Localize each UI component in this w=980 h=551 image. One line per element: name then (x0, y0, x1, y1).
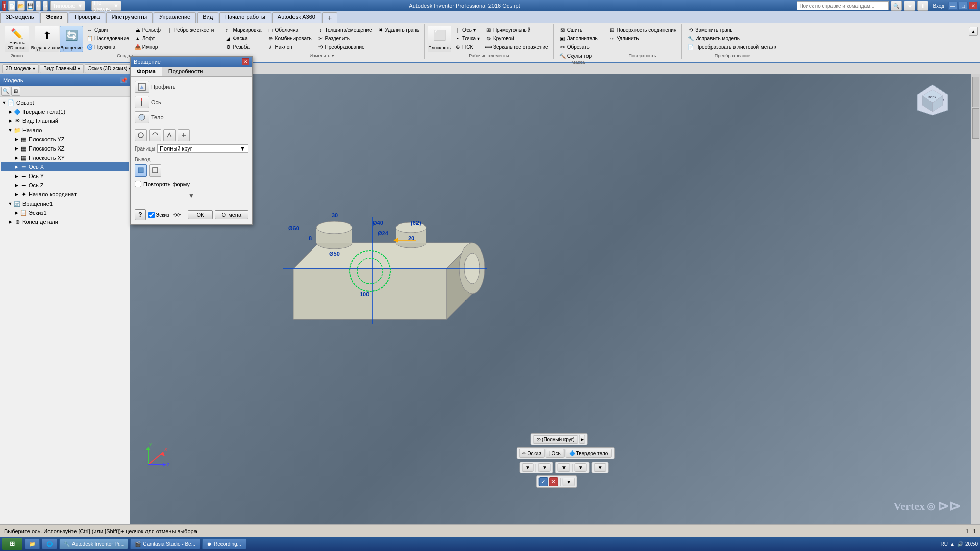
btn-vrashenie[interactable]: 🔄 Вращение (60, 26, 83, 52)
btn-loft[interactable]: ▲ Лофт (132, 34, 163, 42)
btn-os[interactable]: | Ось ▾ (452, 26, 482, 34)
right-panel-btn2[interactable] (972, 108, 979, 139)
minimize-btn[interactable]: — (948, 2, 958, 10)
axis-field-btn[interactable] (135, 96, 149, 108)
btn-udlinit[interactable]: ↔ Удлинить (606, 34, 679, 42)
tree-item-ось-z[interactable]: ▶━Ось Z (1, 181, 129, 190)
dialog-cancel-btn[interactable]: Отмена (215, 210, 248, 219)
workspace-dropdown[interactable]: Типовые ▼ (50, 1, 85, 11)
view-3dmodel[interactable]: 3D-модель ▾ (2, 64, 39, 73)
tab-extra[interactable]: + (322, 12, 337, 23)
repeat-shape-checkbox[interactable] (135, 181, 141, 187)
tree-item-вращение1[interactable]: ▼🔄Вращение1 (1, 199, 129, 208)
dialog-tab-podrobnosti[interactable]: Подробности (162, 67, 210, 76)
tree-expand[interactable]: ▼ (7, 201, 13, 207)
qa-undo[interactable]: ↩ (36, 1, 41, 11)
tree-item-эскиз1[interactable]: ▶📋Эскиз1 (1, 208, 129, 217)
tree-item-плоскость-xy[interactable]: ▶▦Плоскость XY (1, 153, 129, 162)
btn-udalit-gran[interactable]: ✖ Удалить грань (375, 26, 421, 34)
vp-right-btn[interactable]: ▼ (594, 463, 606, 472)
tree-expand[interactable]: ▶ (13, 173, 19, 179)
panel-pin-btn[interactable]: 📌 (120, 77, 127, 83)
btn-markirovka[interactable]: 🏷 Маркировка (223, 26, 263, 34)
tree-expand[interactable]: ▶ (7, 118, 13, 124)
taskbar-quick-launch1[interactable]: 📁 (24, 538, 40, 549)
btn-faska[interactable]: ◢ Фаска (223, 34, 263, 42)
btn-ispravit[interactable]: 🔧 Исправить модель (685, 34, 779, 42)
preview-checkbox[interactable] (148, 212, 155, 218)
tab-3dmodel[interactable]: 3D-модель (0, 12, 39, 23)
limits-icon4[interactable] (178, 129, 190, 141)
volume-icon[interactable]: 🔊 (957, 541, 963, 547)
qa-new[interactable]: 📄 (8, 1, 15, 11)
vp-cancel-btn[interactable]: ✕ (549, 477, 558, 486)
taskbar-start-btn[interactable]: ⊞ (2, 538, 22, 550)
qa-open[interactable]: 📂 (17, 1, 24, 11)
btn-obrezat[interactable]: ✂ Обрезать (557, 43, 600, 51)
maximize-btn[interactable]: □ (959, 2, 968, 10)
vp-circle-mode[interactable]: ⊙ (Полный круг) (533, 435, 578, 444)
view-eskiz-mode[interactable]: Эскиз (3D-эскиз) ▾ (85, 64, 135, 73)
right-panel-btn1[interactable] (972, 77, 979, 107)
tree-expand[interactable]: ▶ (13, 191, 19, 197)
tree-expand[interactable]: ▶ (13, 164, 19, 170)
btn-nasledovanie[interactable]: 📋 Наследование (84, 34, 131, 42)
login-btn[interactable]: Вход (933, 3, 944, 9)
qa-save[interactable]: 💾 (27, 1, 34, 11)
tree-expand[interactable]: ▶ (13, 182, 19, 188)
vp-mid-btn2[interactable]: ▼ (575, 463, 587, 472)
tree-expand[interactable]: ▶ (7, 109, 13, 115)
tree-item-плоскость-xz[interactable]: ▶▦Плоскость XZ (1, 144, 129, 153)
btn-listovoy[interactable]: 📄 Преобразовать в листовой металл (685, 43, 779, 51)
vp-eskiz-btn[interactable]: ✏ Эскиз (519, 449, 545, 458)
btn-surface-join[interactable]: ⊞ Поверхность соединения (606, 26, 679, 34)
btn-zamenit-gran[interactable]: ⟲ Заменить грань (685, 26, 779, 34)
dialog-close-btn[interactable]: ✕ (242, 58, 249, 65)
tab-proverka[interactable]: Проверка (69, 12, 105, 23)
tree-item-плоскость-yz[interactable]: ▶▦Плоскость YZ (1, 135, 129, 144)
btn-vydavlivanie[interactable]: ⬆ Выдавливание (35, 26, 59, 52)
btn-tolshina[interactable]: ↕ Толщина/смещение (315, 26, 374, 34)
tab-vid[interactable]: Вид (197, 12, 218, 23)
view-main[interactable]: Вид: Главный ▾ (40, 64, 83, 73)
btn-obolochka[interactable]: ◻ Оболочка (265, 26, 314, 34)
btn-rezba[interactable]: ⚙ Резьба (223, 43, 263, 51)
app-logo[interactable]: T (2, 1, 6, 11)
btn-rebro[interactable]: | Ребро жёсткости (164, 26, 216, 34)
btn-preobrazovanie[interactable]: ⟲ Преобразование (315, 43, 374, 51)
btn-import[interactable]: 📥 Импорт (132, 43, 163, 51)
tab-upravlenie[interactable]: Управление (154, 12, 196, 23)
vp-next-btn[interactable]: ▶ (579, 435, 585, 444)
dialog-tab-forma[interactable]: Форма (131, 67, 162, 76)
btn-psk[interactable]: ⊕ ПСК (452, 43, 482, 51)
taskbar-recording-btn[interactable]: ⏺ Recording... (202, 538, 246, 549)
limits-icon1[interactable] (135, 129, 147, 141)
btn-sshit[interactable]: ⊠ Сшить (557, 26, 600, 34)
btn-ploskost[interactable]: ⬜ Плоскость (428, 26, 451, 52)
qa-redo[interactable]: ↪ (43, 1, 48, 11)
tree-item-твердые-тела[interactable]: ▶🔷Твердые тела(1) (1, 107, 129, 116)
tree-item-ось-y[interactable]: ▶━Ось Y (1, 171, 129, 181)
taskbar-camtasia-btn[interactable]: 🎬 Camtasia Studio - Be... (130, 538, 200, 549)
btn-pryamougolny[interactable]: ⊞ Прямоугольный (483, 26, 550, 34)
btn-krugovoy[interactable]: ⊚ Круговой (483, 34, 550, 42)
profile-field-btn[interactable] (135, 81, 149, 93)
vp-tverdoe-btn[interactable]: 🔷 Твердое тело (566, 449, 612, 458)
viewcube[interactable]: FRONT TOP Верх (915, 82, 955, 123)
tree-expand[interactable]: ▶ (13, 155, 19, 161)
limits-icon2[interactable] (149, 129, 161, 141)
vp-mid-btn1[interactable]: ▼ (558, 463, 570, 472)
expand-all-btn[interactable]: ⊞ (11, 87, 20, 96)
tree-expand[interactable]: ▼ (1, 99, 7, 106)
tab-instrumenty[interactable]: Инструменты (106, 12, 153, 23)
tab-nachalo[interactable]: Начало работы (219, 12, 271, 23)
vp-menu-btn[interactable]: ▼ (562, 478, 575, 486)
btn-sdvig[interactable]: ↔ Сдвиг (84, 26, 131, 34)
btn-tochka[interactable]: • Точка ▾ (452, 34, 482, 42)
filter-btn[interactable]: 🔍 (1, 87, 10, 96)
output-solid-btn[interactable] (135, 164, 147, 177)
output-surface-btn[interactable] (149, 164, 161, 177)
btn-nachat-eskiz[interactable]: ✏️ Начать2D-эскиз (5, 26, 29, 52)
vp-left-btn1[interactable]: ▼ (522, 463, 534, 472)
limits-dropdown[interactable]: Полный круг ▼ (157, 144, 248, 153)
